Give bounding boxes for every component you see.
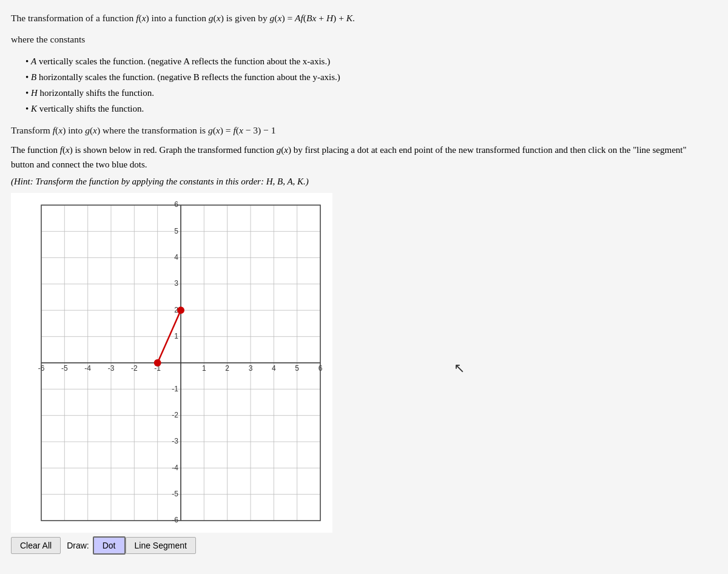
constants-list: A vertically scales the function. (negat…: [25, 53, 711, 117]
page-container: The transformation of a function f(x) in…: [0, 0, 728, 574]
bullet-A: A vertically scales the function. (negat…: [25, 53, 711, 69]
graph-canvas[interactable]: [11, 193, 332, 533]
bullet-B: B horizontally scales the function. (neg…: [25, 69, 711, 85]
line-segment-button[interactable]: Line Segment: [126, 537, 196, 554]
bullet-H: H horizontally shifts the function.: [25, 85, 711, 101]
draw-label: Draw:: [67, 541, 89, 550]
controls-bar: Clear All Draw: Dot Line Segment: [11, 536, 332, 555]
transform-prompt: Transform f(x) into g(x) where the trans…: [11, 123, 711, 138]
graph-area: Clear All Draw: Dot Line Segment ↖: [11, 193, 711, 555]
hint-text: (Hint: Transform the function by applyin…: [11, 177, 711, 187]
instruction-text: The function f(x) is shown below in red.…: [11, 143, 711, 172]
bullet-K: K vertically shifts the function.: [25, 101, 711, 116]
where-constants-label: where the constants: [11, 32, 711, 47]
clear-all-button[interactable]: Clear All: [11, 537, 61, 554]
cursor-pointer: ↖: [454, 360, 465, 376]
right-area: ↖: [332, 251, 696, 555]
dot-button[interactable]: Dot: [93, 536, 126, 555]
graph-wrapper: Clear All Draw: Dot Line Segment: [11, 193, 332, 555]
intro-formula: The transformation of a function f(x) in…: [11, 11, 711, 26]
